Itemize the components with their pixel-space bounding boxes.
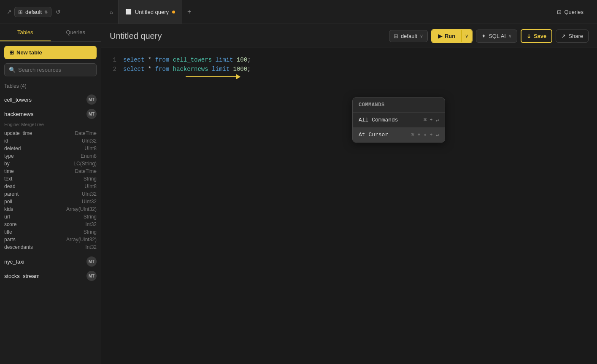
table-name-nyc-taxi: nyc_taxi [4, 259, 24, 265]
tables-list: Tables (4) cell_towers MT hackernews MT … [0, 81, 101, 364]
field-row: parentUInt32 [4, 190, 97, 198]
table-row[interactable]: stocks_stream MT [4, 269, 97, 283]
back-icon[interactable]: ↗ [7, 8, 12, 15]
run-dropdown-button[interactable]: ∨ [461, 30, 472, 42]
save-button[interactable]: ⤓ Save [521, 29, 552, 43]
tab-tables[interactable]: Tables [0, 24, 51, 41]
run-dropdown-menu: Commands All Commands ⌘ + ↵ At Cursor ⌘ … [352, 97, 445, 143]
field-row: byLC(String) [4, 160, 97, 167]
table-row[interactable]: hackernews MT [4, 107, 97, 121]
field-row: scoreInt32 [4, 221, 97, 228]
field-row: textString [4, 175, 97, 183]
engine-label: Engine: MergeTree [4, 121, 97, 129]
field-row: typeEnum8 [4, 152, 97, 160]
arrow-head [236, 74, 240, 79]
db-selector-topbar[interactable]: ⊞ default ⇅ [14, 7, 51, 17]
table-name-hackernews: hackernews [4, 111, 33, 117]
field-row: deletedUInt8 [4, 145, 97, 152]
ai-icon: ✦ [481, 33, 486, 39]
field-row: timeDateTime [4, 167, 97, 175]
sql-ai-chevron-icon: ∨ [508, 33, 512, 39]
main-layout: Tables Queries ⊞ New table 🔍 Tables (4) … [0, 24, 597, 364]
query-tab-icon: ⬜ [125, 9, 132, 15]
field-row: update_timeDateTime [4, 129, 97, 137]
all-commands-shortcut: ⌘ + ↵ [424, 117, 439, 123]
query-tab[interactable]: ⬜ Untitled query [119, 0, 182, 24]
top-bar: ↗ ⊞ default ⇅ ↺ ⌂ ⬜ Untitled query + ⊡ Q… [0, 0, 597, 24]
table-badge-cell-towers: MT [86, 94, 97, 105]
play-icon: ▶ [438, 33, 442, 39]
table-badge-nyc-taxi: MT [86, 256, 97, 267]
queries-label: Queries [564, 9, 583, 15]
top-bar-right: ⊡ Queries [554, 7, 594, 17]
table-badge-stocks-stream: MT [86, 271, 97, 281]
search-resources-wrapper: 🔍 [4, 63, 97, 76]
field-row: partsArray(UInt32) [4, 236, 97, 243]
db-selector-text: default [401, 33, 417, 39]
arrow-indicator [186, 74, 240, 79]
table-name-cell-towers: cell_towers [4, 97, 32, 103]
tables-header: Tables (4) [4, 81, 97, 92]
field-row: idUInt32 [4, 137, 97, 145]
chevron-down-icon: ∨ [420, 33, 423, 39]
table-name-stocks-stream: stocks_stream [4, 273, 40, 279]
code-line-2: 2 select * from hackernews limit 1000; [110, 66, 589, 73]
field-row: urlString [4, 213, 97, 221]
field-row: titleString [4, 228, 97, 236]
at-cursor-shortcut: ⌘ + ⇧ + ↵ [411, 132, 439, 138]
run-button-group: ▶ Run ∨ [431, 29, 473, 43]
chevron-updown-icon: ⇅ [44, 10, 48, 14]
at-cursor-label: At Cursor [359, 132, 388, 138]
save-icon: ⤓ [527, 33, 531, 39]
run-button[interactable]: ▶ Run [432, 30, 461, 42]
dropdown-item-at-cursor[interactable]: At Cursor ⌘ + ⇧ + ↵ [353, 127, 445, 142]
query-tab-label: Untitled query [135, 9, 169, 15]
search-icon: 🔍 [9, 67, 16, 73]
query-header: Untitled query ⊞ default ∨ ▶ Run ∨ ✦ SQL… [101, 24, 597, 48]
query-title: Untitled query [110, 31, 162, 41]
table-badge-hackernews: MT [86, 109, 97, 119]
field-row: descendantsInt32 [4, 243, 97, 251]
queries-icon: ⊡ [557, 9, 562, 15]
all-commands-label: All Commands [359, 117, 398, 123]
sidebar: Tables Queries ⊞ New table 🔍 Tables (4) … [0, 24, 101, 364]
sql-ai-button[interactable]: ✦ SQL AI ∨ [476, 30, 517, 43]
db-name-topbar: default [25, 9, 42, 15]
search-input[interactable] [18, 67, 92, 73]
top-bar-left: ↗ ⊞ default ⇅ ↺ [3, 7, 105, 17]
share-icon: ↗ [561, 33, 566, 39]
new-table-button[interactable]: ⊞ New table [4, 46, 97, 59]
refresh-button[interactable]: ↺ [54, 7, 62, 17]
table-plus-icon: ⊞ [9, 49, 14, 56]
db-icon: ⊞ [18, 9, 23, 15]
table-row[interactable]: nyc_taxi MT [4, 254, 97, 269]
db-icon-query: ⊞ [394, 33, 398, 39]
tab-area: ⌂ ⬜ Untitled query + [105, 0, 554, 24]
content-area: Untitled query ⊞ default ∨ ▶ Run ∨ ✦ SQL… [101, 24, 597, 364]
share-button[interactable]: ↗ Share [556, 30, 589, 43]
editor-area[interactable]: 1 select * from cell_towers limit 100; 2… [101, 48, 597, 364]
field-row: pollUInt32 [4, 198, 97, 205]
code-line-1: 1 select * from cell_towers limit 100; [110, 57, 589, 63]
db-selector-query[interactable]: ⊞ default ∨ [389, 30, 428, 42]
table-row[interactable]: cell_towers MT [4, 92, 97, 107]
home-icon: ⌂ [110, 9, 113, 15]
dropdown-item-all-commands[interactable]: All Commands ⌘ + ↵ [353, 113, 445, 127]
sidebar-tabs: Tables Queries [0, 24, 101, 42]
add-tab-button[interactable]: + [182, 0, 196, 24]
field-row: kidsArray(UInt32) [4, 205, 97, 213]
query-actions: ⊞ default ∨ ▶ Run ∨ ✦ SQL AI ∨ [389, 29, 589, 43]
unsaved-dot [172, 11, 175, 13]
tab-queries[interactable]: Queries [51, 24, 101, 41]
queries-button[interactable]: ⊡ Queries [554, 7, 587, 17]
field-row: deadUInt8 [4, 183, 97, 190]
dropdown-header: Commands [353, 98, 445, 113]
arrow-line [186, 76, 236, 77]
home-tab[interactable]: ⌂ [105, 0, 119, 24]
